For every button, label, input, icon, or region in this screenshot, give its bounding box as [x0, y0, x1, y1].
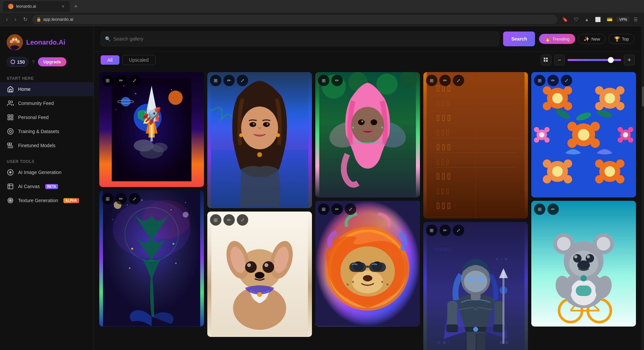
svg-point-185 [616, 160, 625, 168]
svg-text:𓁹 𓏏 𓅓: 𓁹 𓏏 𓅓 [437, 99, 449, 108]
sidebar-item-texture[interactable]: Texture Generation ALPHA [0, 193, 94, 208]
tab-upscaled[interactable]: Upscaled [122, 55, 156, 65]
svg-point-217 [557, 237, 571, 251]
gallery-item-tree[interactable]: ⊞ ✏ ⤢ [99, 190, 204, 327]
community-feed-icon [7, 100, 14, 107]
sidebar-item-ai-image-label: AI Image Generation [18, 170, 61, 175]
edit-button-dog[interactable]: ✏ [223, 214, 235, 226]
svg-rect-39 [156, 114, 159, 122]
vpn-badge[interactable]: VPN [616, 17, 630, 22]
wallet-icon[interactable]: 💳 [605, 15, 614, 23]
apps-button-egypt[interactable]: ⊞ [426, 75, 437, 86]
svg-point-84 [255, 272, 265, 279]
gallery-item-koala[interactable]: ⊞ ✏ [531, 201, 636, 326]
gallery-grid: ⊞ ✏ ⤢ [99, 72, 636, 350]
gallery-item-egypt[interactable]: 𓂀 𓄿 𓇋 𓁹 𓏏 𓅓 𓊪 𓇌 𓃀 𓂋 𓏭 𓄤 𓈖 𓆑 𓇳 𓅱 𓎛 𓆰 𓂀 𓄿 … [423, 72, 528, 219]
gallery-item-rocket[interactable]: ⊞ ✏ ⤢ [99, 72, 204, 187]
sidebar-item-finetuned[interactable]: Finetuned Models [0, 138, 94, 153]
apps-button-rocket[interactable]: ⊞ [102, 75, 113, 86]
search-input[interactable] [113, 36, 495, 42]
new-tab-button[interactable]: + [71, 2, 80, 11]
credits-help-icon[interactable]: ? [32, 59, 35, 65]
apps-button-warrior[interactable]: ⊞ [426, 225, 437, 236]
expand-button-woman[interactable]: ⤢ [237, 75, 248, 86]
gallery-item-fairy[interactable]: ⊞ ✏ [315, 72, 420, 197]
refresh-button[interactable]: ↻ [21, 15, 30, 24]
svg-point-57 [172, 243, 174, 245]
apps-button-lion[interactable]: ⊞ [318, 203, 329, 215]
zoom-slider-thumb[interactable] [608, 57, 614, 63]
scroll-thumb[interactable] [642, 86, 644, 107]
expand-button-rocket[interactable]: ⤢ [129, 75, 140, 86]
zoom-in-button[interactable]: + [624, 55, 635, 65]
tab-bar: leonardo.ai × + [0, 0, 644, 13]
edit-button-rocket[interactable]: ✏ [115, 75, 127, 86]
edit-button-flowers[interactable]: ✏ [547, 75, 559, 86]
top-filter-button[interactable]: 🏆 Top [608, 34, 635, 44]
back-button[interactable]: ‹ [4, 15, 10, 24]
edit-button-egypt[interactable]: ✏ [439, 75, 451, 86]
svg-point-69 [257, 152, 262, 157]
apps-button-koala[interactable]: ⊞ [534, 203, 545, 215]
svg-text:⊛⊕⊗⊙: ⊛⊕⊗⊙ [434, 246, 453, 252]
svg-point-66 [263, 122, 270, 127]
gallery-item-warrior[interactable]: ⊛⊕⊗⊙ ✦✧✦ [423, 222, 528, 350]
tablet-icon[interactable]: ⬜ [593, 15, 603, 23]
edit-button-koala[interactable]: ✏ [547, 203, 559, 215]
svg-rect-25 [546, 60, 548, 62]
bookmark-icon[interactable]: 🔖 [560, 15, 570, 23]
zoom-slider[interactable] [568, 59, 621, 61]
svg-point-116 [386, 284, 388, 286]
sidebar-item-finetuned-label: Finetuned Models [18, 143, 55, 148]
new-filter-button[interactable]: ✨ New [578, 34, 606, 44]
zoom-out-button[interactable]: − [554, 55, 565, 65]
tab-close-icon[interactable]: × [62, 4, 64, 9]
menu-icon[interactable]: ☰ [632, 15, 640, 23]
section-start-label: Start Here [0, 73, 94, 82]
tab-all[interactable]: All [101, 55, 119, 65]
apps-button-tree[interactable]: ⊞ [102, 193, 113, 205]
expand-button-lion[interactable]: ⤢ [345, 203, 356, 215]
edit-button-warrior[interactable]: ✏ [439, 225, 451, 236]
upgrade-button[interactable]: Upgrade [38, 57, 66, 66]
apps-button-flowers[interactable]: ⊞ [534, 75, 545, 86]
address-bar[interactable]: 🔒 app.leonardo.ai [32, 15, 557, 24]
gallery-item-dog[interactable]: ⊞ ✏ ⤢ [207, 212, 312, 337]
svg-text:◈ ◉ ◊: ◈ ◉ ◊ [437, 340, 450, 345]
svg-rect-22 [544, 58, 545, 59]
nav-bar: ‹ › ↻ 🔒 app.leonardo.ai 🔖 🛡 ▲ ⬜ 💳 VPN ☰ [0, 13, 644, 26]
edit-button-woman[interactable]: ✏ [223, 75, 235, 86]
sidebar-item-training[interactable]: Personal Feed Training & Datasets [0, 124, 94, 138]
expand-button-egypt[interactable]: ⤢ [453, 75, 464, 86]
gallery-item-woman[interactable]: ⊞ ✏ ⤢ [207, 72, 312, 208]
expand-button-flowers[interactable]: ⤢ [561, 75, 572, 86]
sidebar-item-ai-image[interactable]: AI Image Generation [0, 165, 94, 179]
grid-view-button[interactable] [541, 55, 551, 65]
sidebar-item-community-feed[interactable]: Community Feed [0, 96, 94, 110]
edit-button-lion[interactable]: ✏ [331, 203, 343, 215]
shield-icon[interactable]: 🛡 [572, 15, 581, 23]
image-egypt: 𓂀 𓄿 𓇋 𓁹 𓏏 𓅓 𓊪 𓇌 𓃀 𓂋 𓏭 𓄤 𓈖 𓆑 𓇳 𓅱 𓎛 𓆰 𓂀 𓄿 … [423, 72, 528, 219]
browser-tab[interactable]: leonardo.ai × [3, 1, 70, 12]
sidebar-item-ai-canvas[interactable]: AI Canvas BETA [0, 179, 94, 193]
sidebar-item-home[interactable]: Home [0, 82, 94, 96]
credits-row: ⬡ 150 ? Upgrade [0, 57, 94, 73]
tabs-row: All Upscaled − + [94, 52, 641, 68]
sidebar-item-personal-feed[interactable]: Personal Feed [0, 110, 94, 124]
trending-filter-button[interactable]: 🔥 Trending [539, 34, 575, 44]
expand-button-warrior[interactable]: ⤢ [453, 225, 464, 236]
gallery-item-lion[interactable]: ⊞ ✏ ⤢ [315, 201, 420, 326]
expand-button-dog[interactable]: ⤢ [237, 214, 248, 226]
forward-button[interactable]: › [12, 15, 18, 24]
svg-point-82 [247, 263, 251, 267]
apps-button-dog[interactable]: ⊞ [210, 214, 221, 226]
search-button[interactable]: Search [503, 32, 535, 46]
edit-button-tree[interactable]: ✏ [115, 193, 127, 205]
gallery-item-flowers[interactable]: ⊞ ✏ ⤢ [531, 72, 636, 197]
expand-button-tree[interactable]: ⤢ [129, 193, 140, 205]
apps-button-fairy[interactable]: ⊞ [318, 75, 329, 86]
apps-button-woman[interactable]: ⊞ [210, 75, 221, 86]
image-flowers [531, 72, 636, 197]
edit-button-fairy[interactable]: ✏ [331, 75, 343, 86]
user-icon[interactable]: ▲ [583, 15, 591, 23]
